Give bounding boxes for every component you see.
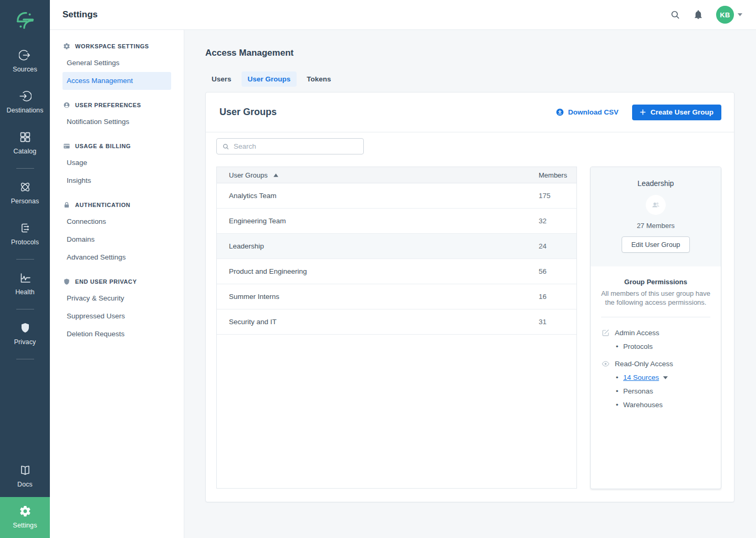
nav-item-access-management[interactable]: Access Management <box>62 72 171 90</box>
tab-users[interactable]: Users <box>205 71 238 87</box>
sidebar-item-label: Settings <box>13 522 37 529</box>
header-actions: KB <box>670 6 742 24</box>
sidebar-item-catalog[interactable]: Catalog <box>0 123 50 164</box>
nav-item-usage[interactable]: Usage <box>62 154 171 172</box>
group-name-cell: Product and Engineering <box>217 267 539 275</box>
nav-section-title: AUTHENTICATION <box>75 202 130 208</box>
chevron-down-icon[interactable] <box>663 376 668 379</box>
permissions-description: All members of this user group have the … <box>598 289 713 307</box>
sources-link[interactable]: 14 Sources <box>623 373 659 382</box>
sidebar-item-label: Health <box>15 288 35 296</box>
nav-section-header: USAGE & BILLING <box>50 142 184 150</box>
admin-access-label: Admin Access <box>615 329 659 337</box>
user-groups-table: User Groups Members Analytics Team <box>216 167 577 489</box>
eye-icon <box>602 360 610 368</box>
header-title: Settings <box>62 9 98 20</box>
nav-section-end-user-privacy: END USER PRIVACY Privacy & Security Supp… <box>50 277 184 343</box>
sidebar-item-docs[interactable]: Docs <box>0 456 50 497</box>
members-cell: 56 <box>539 267 576 275</box>
people-icon <box>650 200 661 210</box>
notifications-bell-icon[interactable] <box>693 9 704 20</box>
search-input[interactable] <box>234 142 358 150</box>
plus-icon <box>640 109 646 115</box>
nav-section-header: END USER PRIVACY <box>50 277 184 285</box>
top-header: Settings KB <box>50 0 756 30</box>
nav-item-privacy-security[interactable]: Privacy & Security <box>62 289 171 307</box>
main-content: Access Management Users User Groups Toke… <box>184 30 756 538</box>
app-sidebar: Sources Destinations Catalog <box>0 0 50 538</box>
credit-card-icon <box>63 142 70 150</box>
nav-item-connections[interactable]: Connections <box>62 213 171 231</box>
nav-section-user-preferences: USER PREFERENCES Notification Settings <box>50 101 184 131</box>
sidebar-item-health[interactable]: Health <box>0 264 50 305</box>
edit-user-group-button[interactable]: Edit User Group <box>622 236 689 253</box>
permissions-title: Group Permissions <box>598 278 713 286</box>
user-icon <box>63 101 70 109</box>
sidebar-item-destinations[interactable]: Destinations <box>0 82 50 123</box>
group-name: Leadership <box>599 179 712 188</box>
tab-user-groups[interactable]: User Groups <box>242 71 297 87</box>
nav-section-header: WORKSPACE SETTINGS <box>50 42 184 50</box>
gear-icon <box>63 43 70 50</box>
tab-bar: Users User Groups Tokens <box>205 71 734 87</box>
download-csv-link[interactable]: Download CSV <box>556 108 618 116</box>
sidebar-item-personas[interactable]: Personas <box>0 173 50 214</box>
sidebar-item-protocols[interactable]: Protocols <box>0 214 50 255</box>
table-row[interactable]: Security and IT 31 <box>217 309 576 335</box>
table-row[interactable]: Engineering Team 32 <box>217 209 576 234</box>
lock-icon <box>63 201 70 209</box>
nav-item-domains[interactable]: Domains <box>62 231 171 249</box>
health-icon <box>19 272 32 284</box>
settings-nav: WORKSPACE SETTINGS General Settings Acce… <box>50 30 184 538</box>
nav-item-suppressed-users[interactable]: Suppressed Users <box>62 307 171 325</box>
docs-icon <box>19 464 32 477</box>
group-name-cell: Leadership <box>217 242 539 250</box>
avatar: KB <box>716 6 734 24</box>
group-permissions: Group Permissions All members of this us… <box>591 266 721 489</box>
sidebar-item-settings[interactable]: Settings <box>0 497 50 538</box>
table-header-row: User Groups Members <box>217 167 576 183</box>
members-cell: 175 <box>539 192 576 200</box>
catalog-icon <box>19 131 32 143</box>
page-title: Access Management <box>205 48 734 58</box>
column-header-members[interactable]: Members <box>539 171 576 179</box>
app-root: Sources Destinations Catalog <box>0 0 756 538</box>
nav-item-insights[interactable]: Insights <box>62 172 171 190</box>
readonly-access-label: Read-Only Access <box>615 360 673 368</box>
sidebar-item-sources[interactable]: Sources <box>0 41 50 82</box>
sidebar-divider <box>16 359 34 359</box>
sidebar-item-privacy[interactable]: Privacy <box>0 314 50 355</box>
nav-item-notification-settings[interactable]: Notification Settings <box>62 113 171 131</box>
search-icon <box>222 143 229 150</box>
members-count: 27 Members <box>599 222 712 230</box>
permission-item: Personas <box>623 387 710 396</box>
table-row[interactable]: Analytics Team 175 <box>217 183 576 209</box>
privacy-shield-icon <box>19 322 32 334</box>
column-header-user-groups[interactable]: User Groups <box>217 171 539 179</box>
group-avatar <box>646 195 666 215</box>
segment-logo[interactable] <box>0 0 50 41</box>
search-icon[interactable] <box>670 9 680 20</box>
tab-tokens[interactable]: Tokens <box>300 71 337 87</box>
nav-item-general-settings[interactable]: General Settings <box>62 54 171 72</box>
table-row[interactable]: Summer Interns 16 <box>217 284 576 309</box>
create-user-group-button[interactable]: Create User Group <box>632 105 721 120</box>
nav-section-authentication: AUTHENTICATION Connections Domains Advan… <box>50 201 184 266</box>
nav-item-deletion-requests[interactable]: Deletion Requests <box>62 325 171 343</box>
chevron-down-icon <box>738 13 742 16</box>
nav-item-advanced-settings[interactable]: Advanced Settings <box>62 249 171 266</box>
user-menu[interactable]: KB <box>716 6 742 24</box>
table-row[interactable]: Product and Engineering 56 <box>217 259 576 284</box>
sort-ascending-icon <box>274 173 278 177</box>
sidebar-item-label: Sources <box>13 66 37 73</box>
group-name-cell: Security and IT <box>217 318 539 326</box>
create-user-group-label: Create User Group <box>650 108 713 116</box>
sidebar-divider <box>16 259 34 260</box>
table-row-selected[interactable]: Leadership 24 <box>217 234 576 259</box>
column-label: User Groups <box>229 171 268 179</box>
protocols-icon <box>19 222 32 234</box>
divider <box>601 317 710 317</box>
group-summary: Leadership <box>591 167 721 266</box>
sources-icon <box>19 49 32 61</box>
group-detail-panel: Leadership <box>590 167 721 489</box>
